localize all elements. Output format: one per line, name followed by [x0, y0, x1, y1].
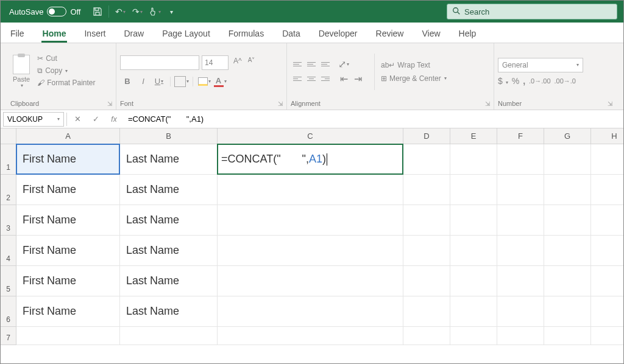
tab-insert[interactable]: Insert [83, 24, 107, 43]
cell-F5[interactable] [497, 266, 544, 296]
align-middle-icon[interactable] [305, 58, 318, 71]
cell-E1[interactable] [450, 144, 497, 175]
cell-F4[interactable] [497, 236, 544, 266]
select-all-corner[interactable] [1, 128, 16, 144]
undo-icon[interactable]: ↶▾ [112, 3, 129, 20]
cell-C4[interactable] [218, 236, 403, 266]
row-header-2[interactable]: 2 [1, 175, 16, 205]
font-color-button[interactable]: A▾ [213, 75, 227, 88]
cut-button[interactable]: ✂Cut [36, 54, 96, 63]
number-format-select[interactable]: General▾ [498, 58, 583, 72]
increase-indent-icon[interactable]: ⇥ [351, 73, 364, 85]
cell-G1[interactable] [544, 144, 591, 175]
dialog-launcher-icon[interactable]: ⇲ [278, 100, 283, 107]
cell-D2[interactable] [403, 175, 450, 205]
row-header-1[interactable]: 1 [1, 144, 16, 175]
cell-H3[interactable] [591, 205, 623, 236]
tab-data[interactable]: Data [281, 24, 302, 43]
underline-button[interactable]: U▾ [152, 75, 166, 88]
customize-qat-icon[interactable]: ▾ [163, 3, 180, 20]
tab-page-layout[interactable]: Page Layout [161, 24, 211, 43]
comma-format-icon[interactable]: , [523, 76, 525, 86]
align-right-icon[interactable] [319, 73, 332, 85]
search-box[interactable]: Search [447, 4, 617, 19]
cell-A4[interactable]: First Name [16, 236, 120, 266]
cell-H7[interactable] [591, 327, 623, 345]
tab-file[interactable]: File [9, 24, 26, 43]
cell-B1[interactable]: Last Name [120, 144, 218, 175]
column-header-H[interactable]: H [591, 128, 623, 144]
cell-B5[interactable]: Last Name [120, 266, 218, 296]
cell-A6[interactable]: First Name [16, 296, 120, 327]
tab-view[interactable]: View [420, 24, 441, 43]
cell-D3[interactable] [403, 205, 450, 236]
cell-G2[interactable] [544, 175, 591, 205]
bold-button[interactable]: B [120, 75, 135, 88]
cell-G6[interactable] [544, 296, 591, 327]
cell-C2[interactable] [218, 175, 403, 205]
cell-A7[interactable] [16, 327, 120, 345]
cell-B6[interactable]: Last Name [120, 296, 218, 327]
cell-H2[interactable] [591, 175, 623, 205]
wrap-text-button[interactable]: ab↵Wrap Text [380, 60, 448, 70]
cell-H4[interactable] [591, 236, 623, 266]
cell-E2[interactable] [450, 175, 497, 205]
cell-A2[interactable]: First Name [16, 175, 120, 205]
dialog-launcher-icon[interactable]: ⇲ [107, 100, 112, 107]
cell-H5[interactable] [591, 266, 623, 296]
decrease-decimal-icon[interactable]: .00→.0 [555, 77, 576, 85]
cell-F3[interactable] [497, 205, 544, 236]
align-left-icon[interactable] [291, 73, 304, 85]
enter-formula-icon[interactable]: ✓ [88, 113, 104, 126]
cell-E4[interactable] [450, 236, 497, 266]
tab-draw[interactable]: Draw [122, 24, 145, 43]
copy-button[interactable]: ⧉Copy ▾ [36, 66, 96, 75]
row-header-6[interactable]: 6 [1, 296, 16, 327]
increase-decimal-icon[interactable]: .0→.00 [529, 77, 550, 85]
tab-review[interactable]: Review [375, 24, 405, 43]
border-button[interactable]: ▾ [174, 75, 189, 88]
tab-home[interactable]: Home [41, 24, 68, 43]
cancel-formula-icon[interactable]: ✕ [69, 113, 85, 126]
column-header-A[interactable]: A [16, 128, 120, 144]
cell-E6[interactable] [450, 296, 497, 327]
dialog-launcher-icon[interactable]: ⇲ [608, 100, 612, 107]
autosave-toggle[interactable]: AutoSave Off [1, 7, 89, 16]
save-icon[interactable] [89, 3, 106, 20]
cell-F6[interactable] [497, 296, 544, 327]
format-painter-button[interactable]: 🖌Format Painter [36, 78, 96, 88]
decrease-indent-icon[interactable]: ⇤ [337, 73, 350, 85]
orientation-icon[interactable]: ⤢▾ [337, 58, 350, 71]
cell-D5[interactable] [403, 266, 450, 296]
cell-E5[interactable] [450, 266, 497, 296]
cell-C7[interactable] [218, 327, 403, 345]
cell-B7[interactable] [120, 327, 218, 345]
formula-input[interactable] [124, 114, 621, 124]
merge-center-button[interactable]: ⊞Merge & Center ▾ [380, 74, 448, 83]
cell-G7[interactable] [544, 327, 591, 345]
align-top-icon[interactable] [291, 58, 304, 71]
column-header-E[interactable]: E [450, 128, 497, 144]
cell-C1[interactable]: =CONCAT(" ",A1) [218, 144, 403, 175]
row-header-7[interactable]: 7 [1, 327, 16, 345]
cell-A1[interactable]: First Name [16, 144, 120, 175]
accounting-format-icon[interactable]: $ ▾ [498, 76, 508, 86]
font-size-input[interactable] [202, 55, 229, 70]
cell-B4[interactable]: Last Name [120, 236, 218, 266]
touch-mode-icon[interactable]: ▾ [146, 3, 163, 20]
paste-button[interactable]: Paste ▾ [10, 54, 32, 89]
cell-B2[interactable]: Last Name [120, 175, 218, 205]
cell-D1[interactable] [403, 144, 450, 175]
italic-button[interactable]: I [136, 75, 151, 88]
percent-format-icon[interactable]: % [512, 76, 519, 86]
cell-E3[interactable] [450, 205, 497, 236]
tab-help[interactable]: Help [458, 24, 478, 43]
column-header-B[interactable]: B [120, 128, 218, 144]
increase-font-icon[interactable]: A^ [232, 55, 243, 70]
cell-G5[interactable] [544, 266, 591, 296]
cell-F2[interactable] [497, 175, 544, 205]
cell-C6[interactable] [218, 296, 403, 327]
row-header-4[interactable]: 4 [1, 236, 16, 266]
cell-A5[interactable]: First Name [16, 266, 120, 296]
fx-icon[interactable]: fx [106, 113, 122, 126]
